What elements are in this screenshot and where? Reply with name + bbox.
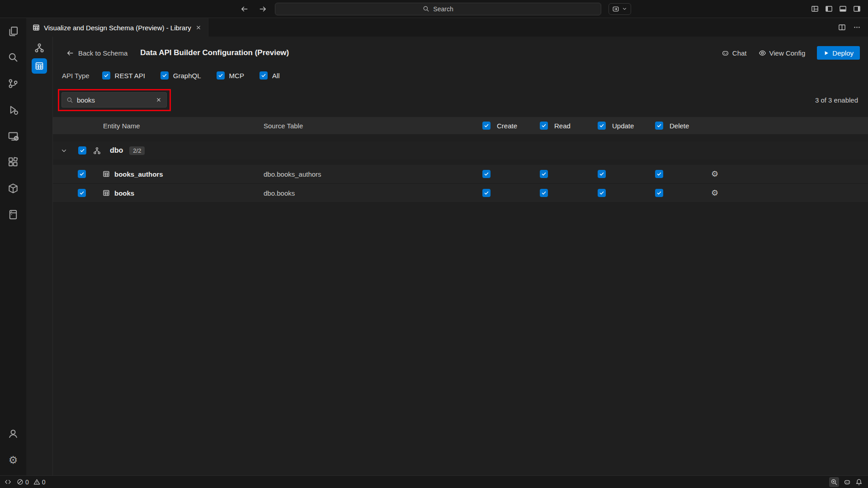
explorer-icon[interactable] [2,20,24,42]
remote-indicator-icon[interactable] [5,479,11,485]
back-arrow-button[interactable] [241,5,249,13]
search-icon [423,5,429,12]
mcp-checkbox[interactable] [217,71,225,80]
create-checkbox[interactable] [482,170,491,178]
error-icon [17,479,24,485]
group-expand-chevron-icon[interactable] [60,147,68,155]
status-bar: 0 0 [0,475,868,488]
copilot-icon [722,49,729,57]
update-all-checkbox[interactable] [598,122,606,130]
customize-layout-icon[interactable] [811,5,819,13]
schema-group-row: dbo 2/2 [53,141,868,160]
designer-side-strip [26,37,52,475]
more-actions-icon[interactable] [853,23,861,31]
tab-close-icon[interactable] [195,24,202,31]
accounts-icon[interactable] [2,423,24,445]
api-type-label: API Type [62,72,90,80]
entity-table-header: Entity Name Source Table Create Read Upd… [53,117,868,134]
back-to-schema-link[interactable]: Back to Schema [66,49,127,57]
table-row-books-authors: books_authors dbo.books_authors ⚙ [53,165,868,184]
chevron-down-icon [622,6,627,12]
read-all-checkbox[interactable] [540,122,548,130]
extensions-icon[interactable] [2,151,24,173]
problems-indicator[interactable]: 0 0 [17,479,46,486]
tab-visualize-schema[interactable]: Visualize and Design Schema (Preview) - … [26,18,208,37]
settings-gear-icon[interactable]: ⚙ [2,449,24,471]
play-icon [823,50,829,56]
tab-bar: Visualize and Design Schema (Preview) - … [26,18,868,37]
schema-designer-view-icon[interactable] [32,40,47,56]
filter-mcp[interactable]: MCP [217,71,244,80]
row-checkbox[interactable] [78,189,86,197]
view-config-button[interactable]: View Config [759,49,806,57]
dab-config-view-icon[interactable] [32,58,47,74]
tab-title: Visualize and Design Schema (Preview) - … [44,24,191,32]
source-control-icon[interactable] [2,73,24,94]
run-debug-icon[interactable] [2,99,24,121]
eye-icon [759,49,766,57]
remote-explorer-icon[interactable] [2,125,24,147]
toggle-panel-icon[interactable] [839,5,847,13]
notifications-bell-icon[interactable] [855,479,863,486]
clear-search-icon[interactable] [156,97,162,103]
delete-checkbox[interactable] [655,170,663,178]
sql-server-icon[interactable] [2,204,24,225]
entity-search-row: 3 of 3 enabled [61,90,858,110]
enabled-summary: 3 of 3 enabled [815,96,858,104]
boxed-arrow-icon [612,5,619,13]
arrow-left-icon [66,49,74,57]
filter-rest-api[interactable]: REST API [102,71,145,80]
entity-search-input[interactable] [77,96,152,104]
toggle-sidebar-right-icon[interactable] [853,5,861,13]
schema-icon [93,147,101,155]
update-checkbox[interactable] [598,189,606,197]
create-checkbox[interactable] [482,189,491,197]
copilot-status-icon[interactable] [844,479,851,486]
search-view-icon[interactable] [2,47,24,68]
entity-name: books [114,189,134,197]
group-checkbox[interactable] [78,146,86,155]
zoom-in-icon[interactable] [829,477,839,487]
rest-api-checkbox[interactable] [102,71,110,80]
search-placeholder: Search [433,5,453,13]
forward-arrow-button[interactable] [259,5,267,13]
search-icon [66,97,73,103]
update-checkbox[interactable] [598,170,606,178]
title-bar: Search [0,0,868,18]
create-all-checkbox[interactable] [482,122,491,130]
warning-icon [33,479,40,485]
back-to-schema-label: Back to Schema [78,49,127,57]
chat-button[interactable]: Chat [722,49,747,57]
delete-checkbox[interactable] [655,189,663,197]
entity-settings-gear-icon[interactable]: ⚙ [699,188,730,198]
warning-count: 0 [42,479,46,486]
read-checkbox[interactable] [540,170,548,178]
graphql-checkbox[interactable] [160,71,169,80]
deploy-button[interactable]: Deploy [817,46,860,60]
run-control-button[interactable] [609,3,631,15]
database-projects-icon[interactable] [2,178,24,199]
entity-settings-gear-icon[interactable]: ⚙ [699,169,730,179]
entity-name: books_authors [114,170,163,178]
entity-name-header: Entity Name [53,122,264,130]
source-table-header: Source Table [264,122,482,130]
group-count-badge: 2/2 [129,146,145,155]
all-checkbox[interactable] [259,71,268,80]
table-icon [103,170,110,178]
table-icon [103,189,110,197]
row-checkbox[interactable] [78,170,86,178]
toggle-sidebar-left-icon[interactable] [825,5,833,13]
filter-all[interactable]: All [259,71,280,80]
split-editor-icon[interactable] [838,23,846,31]
activity-bar: ⚙ [0,18,26,475]
page-title: Data API Builder Configuration (Preview) [140,48,289,57]
dab-config-panel: Back to Schema Data API Builder Configur… [52,37,868,475]
schema-file-icon [33,24,40,31]
read-checkbox[interactable] [540,189,548,197]
command-center-search[interactable]: Search [275,3,601,15]
nav-history [0,5,275,13]
entity-rows: books_authors dbo.books_authors ⚙ [53,165,868,203]
filter-graphql[interactable]: GraphQL [160,71,201,80]
delete-all-checkbox[interactable] [655,122,663,130]
source-table: dbo.books [264,189,482,197]
